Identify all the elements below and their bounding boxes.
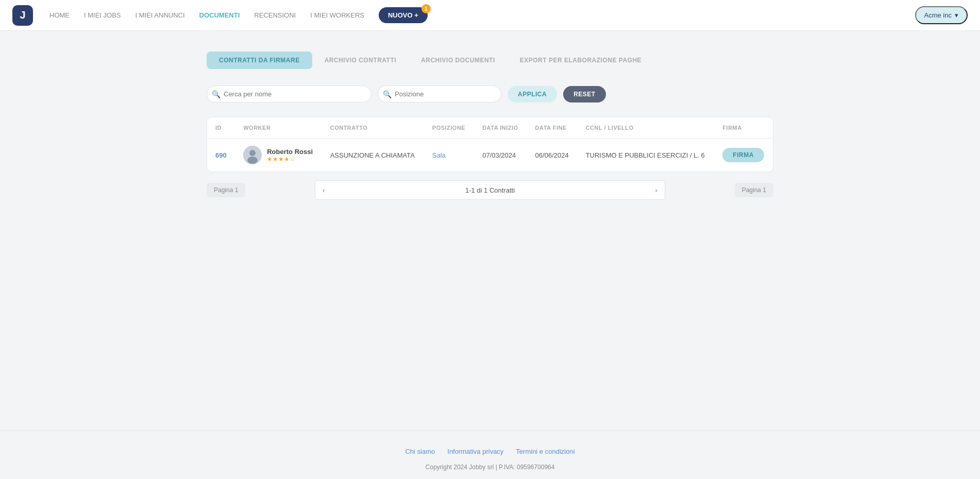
col-header-data-inizio: DATA INIZIO xyxy=(474,117,527,139)
nav-link-documenti[interactable]: DOCUMENTI xyxy=(199,11,240,19)
nav-link-miei-workers[interactable]: I MIEI WORKERS xyxy=(310,11,364,19)
page-label-left: Pagina 1 xyxy=(207,183,245,197)
firma-button[interactable]: FIRMA xyxy=(722,148,764,162)
search-name-wrap: 🔍 xyxy=(207,85,371,102)
nav-link-recensioni[interactable]: RECENSIONI xyxy=(254,11,296,19)
logo: J xyxy=(12,5,33,26)
tab-contratti-da-firmare[interactable]: CONTRATTI DA FIRMARE xyxy=(207,52,312,69)
tab-export-elaborazione[interactable]: EXPORT PER ELABORAZIONE PAGHE xyxy=(508,52,654,69)
filters-container: 🔍 🔍 APPLICA RESET xyxy=(207,85,773,102)
svg-point-2 xyxy=(247,157,258,164)
search-position-icon: 🔍 xyxy=(383,90,392,98)
svg-point-1 xyxy=(249,150,256,156)
table-header: IDWORKERCONTRATTOPOSIZIONEDATA INIZIODAT… xyxy=(207,117,773,139)
tab-archivio-contratti[interactable]: ARCHIVIO CONTRATTI xyxy=(312,52,409,69)
pagination-controls: ‹ 1-1 di 1 Contratti › xyxy=(315,180,665,200)
prev-page-button[interactable]: ‹ xyxy=(315,181,332,199)
tab-archivio-documenti[interactable]: ARCHIVIO DOCUMENTI xyxy=(409,52,508,69)
search-position-wrap: 🔍 xyxy=(378,85,501,102)
applica-button[interactable]: APPLICA xyxy=(508,86,557,102)
nav-right: Acme inc ▾ xyxy=(915,6,968,24)
table-row: 690 Roberto Rossi★★★★☆ASSUNZIONE A CHIAM… xyxy=(207,139,773,172)
worker-name: Roberto Rossi xyxy=(267,148,313,156)
col-header-posizione: POSIZIONE xyxy=(424,117,474,139)
pagination-info: 1-1 di 1 Contratti xyxy=(332,186,648,194)
nav-link-home[interactable]: HOME xyxy=(49,11,70,19)
search-name-icon: 🔍 xyxy=(212,90,221,98)
cell-id: 690 xyxy=(207,139,235,172)
col-header-firma: FIRMA xyxy=(714,117,773,139)
footer: Chi siamoInformativa privacyTermini e co… xyxy=(0,431,980,479)
cell-data-fine: 06/06/2024 xyxy=(527,139,578,172)
tabs-container: CONTRATTI DA FIRMAREARCHIVIO CONTRATTIAR… xyxy=(207,52,773,69)
contracts-table: IDWORKERCONTRATTOPOSIZIONEDATA INIZIODAT… xyxy=(207,117,773,172)
page-label-right: Pagina 1 xyxy=(735,183,773,197)
footer-copyright: Copyright 2024 Jobby srl | P.IVA: 095967… xyxy=(0,464,980,471)
footer-link-chi-siamo[interactable]: Chi siamo xyxy=(405,448,435,455)
contracts-table-wrap: IDWORKERCONTRATTOPOSIZIONEDATA INIZIODAT… xyxy=(207,117,773,172)
pagination: Pagina 1 ‹ 1-1 di 1 Contratti › Pagina 1 xyxy=(207,180,773,200)
account-label: Acme inc xyxy=(924,11,952,19)
table-header-row: IDWORKERCONTRATTOPOSIZIONEDATA INIZIODAT… xyxy=(207,117,773,139)
main-content: CONTRATTI DA FIRMAREARCHIVIO CONTRATTIAR… xyxy=(207,31,773,431)
footer-links: Chi siamoInformativa privacyTermini e co… xyxy=(0,448,980,455)
search-name-input[interactable] xyxy=(207,85,371,102)
navbar: J HOMEI MIEI JOBSI MIEI ANNUNCIDOCUMENTI… xyxy=(0,0,980,31)
worker-stars: ★★★★☆ xyxy=(267,156,313,163)
col-header-data-fine: DATA FINE xyxy=(527,117,578,139)
avatar xyxy=(243,146,262,164)
nav-links: HOMEI MIEI JOBSI MIEI ANNUNCIDOCUMENTIRE… xyxy=(49,7,899,23)
cell-worker: Roberto Rossi★★★★☆ xyxy=(235,139,322,172)
nav-link-miei-annunci[interactable]: I MIEI ANNUNCI xyxy=(136,11,185,19)
table-body: 690 Roberto Rossi★★★★☆ASSUNZIONE A CHIAM… xyxy=(207,139,773,172)
cell-ccnl: TURISMO E PUBBLICI ESERCIZI / L. 6 xyxy=(578,139,715,172)
chevron-down-icon: ▾ xyxy=(955,11,958,19)
cell-posizione: Sala xyxy=(424,139,474,172)
nav-link-miei-jobs[interactable]: I MIEI JOBS xyxy=(84,11,121,19)
col-header-worker: WORKER xyxy=(235,117,322,139)
col-header-ccnl---livello: CCNL / LIVELLO xyxy=(578,117,715,139)
cell-contratto: ASSUNZIONE A CHIAMATA xyxy=(322,139,424,172)
search-position-input[interactable] xyxy=(378,85,501,102)
footer-link-termini-condizioni[interactable]: Termini e condizioni xyxy=(516,448,575,455)
nuovo-badge: 1 xyxy=(421,4,431,13)
cell-data-inizio: 07/03/2024 xyxy=(474,139,527,172)
account-button[interactable]: Acme inc ▾ xyxy=(915,6,968,24)
footer-link-informativa-privacy[interactable]: Informativa privacy xyxy=(447,448,503,455)
next-page-button[interactable]: › xyxy=(648,181,665,199)
reset-button[interactable]: RESET xyxy=(563,86,606,102)
col-header-id: ID xyxy=(207,117,235,139)
worker-info: Roberto Rossi★★★★☆ xyxy=(267,148,313,163)
nuovo-button[interactable]: NUOVO +1 xyxy=(379,7,428,23)
col-header-contratto: CONTRATTO xyxy=(322,117,424,139)
cell-firma: FIRMA xyxy=(714,139,773,172)
